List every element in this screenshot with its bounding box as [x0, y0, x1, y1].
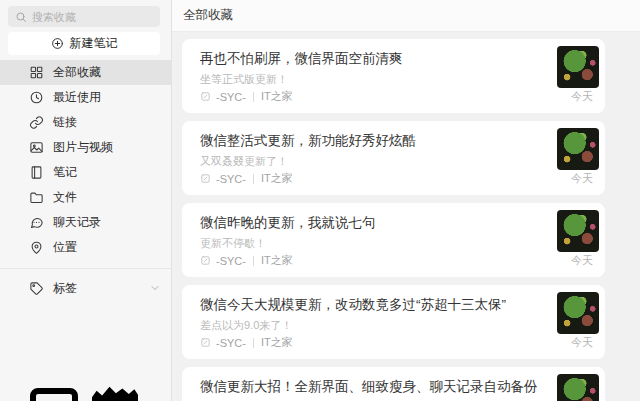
folder-icon — [29, 190, 44, 205]
card-thumbnail — [557, 210, 599, 252]
card-date: 今天 — [571, 253, 593, 268]
card-date: 今天 — [571, 335, 593, 350]
favorite-card[interactable]: 再也不怕刷屏，微信界面空前清爽 坐等正式版更新！ -SYC- IT之家 今天 — [182, 39, 605, 113]
card-thumbnail — [557, 46, 599, 88]
link-card-icon — [200, 91, 211, 102]
card-source-site: IT之家 — [261, 335, 293, 350]
search-icon — [15, 11, 27, 23]
card-footer: -SYC- IT之家 今天 — [200, 171, 593, 186]
favorite-card[interactable]: 微信更新大招！全新界面、细致瘦身、聊天记录自动备份 这波更新可以 -SYC- I… — [182, 367, 605, 401]
sidebar-item-label: 最近使用 — [53, 89, 101, 106]
tags-section: 标签 — [0, 268, 171, 302]
grid-icon — [29, 65, 44, 80]
card-date: 今天 — [571, 89, 593, 104]
source-separator — [253, 174, 254, 184]
card-subtitle: 坐等正式版更新！ — [200, 72, 543, 87]
card-title: 微信今天大规模更新，改动数竟多过“苏超十三太保” — [200, 296, 543, 314]
location-icon — [29, 240, 44, 255]
card-source-author: -SYC- — [216, 91, 246, 103]
sidebar-item-notes[interactable]: 笔记 — [0, 160, 171, 185]
link-card-icon — [200, 173, 211, 184]
sidebar-item-location[interactable]: 位置 — [0, 235, 171, 260]
favorite-card[interactable]: 微信整活式更新，新功能好秀好炫酷 又双叒叕更新了！ -SYC- IT之家 今天 — [182, 121, 605, 195]
sidebar-item-label: 链接 — [53, 114, 77, 131]
sidebar-item-chat-history[interactable]: 聊天记录 — [0, 210, 171, 235]
card-title: 微信更新大招！全新界面、细致瘦身、聊天记录自动备份 — [200, 378, 543, 396]
card-source-author: -SYC- — [216, 337, 246, 349]
plus-circle-icon — [51, 37, 64, 50]
card-footer: -SYC- IT之家 今天 — [200, 335, 593, 350]
image-icon — [29, 140, 44, 155]
sidebar-item-recent[interactable]: 最近使用 — [0, 85, 171, 110]
card-thumbnail — [557, 374, 599, 401]
card-title: 再也不怕刷屏，微信界面空前清爽 — [200, 50, 543, 68]
source-separator — [253, 92, 254, 102]
card-source-site: IT之家 — [261, 171, 293, 186]
watermark-logo — [30, 388, 78, 401]
clock-icon — [29, 90, 44, 105]
card-subtitle: 差点以为9.0来了！ — [200, 318, 543, 333]
card-source-author: -SYC- — [216, 255, 246, 267]
note-icon — [29, 165, 44, 180]
card-subtitle: 又双叒叕更新了！ — [200, 154, 543, 169]
sidebar-item-all-favorites[interactable]: 全部收藏 — [0, 60, 171, 85]
card-source-site: IT之家 — [261, 89, 293, 104]
favorite-card[interactable]: 微信今天大规模更新，改动数竟多过“苏超十三太保” 差点以为9.0来了！ -SYC… — [182, 285, 605, 359]
favorite-card[interactable]: 微信昨晚的更新，我就说七句 更新不停歇！ -SYC- IT之家 今天 — [182, 203, 605, 277]
card-footer: -SYC- IT之家 今天 — [200, 89, 593, 104]
card-thumbnail — [557, 128, 599, 170]
main-panel: 全部收藏 再也不怕刷屏，微信界面空前清爽 坐等正式版更新！ -SYC- IT之家… — [172, 0, 640, 401]
card-footer: -SYC- IT之家 今天 — [200, 253, 593, 268]
tags-label: 标签 — [53, 280, 77, 297]
sidebar-menu: 全部收藏 最近使用 链接 图片与视频 笔记 文件 聊天记录 位置 — [0, 60, 171, 260]
sidebar-item-label: 位置 — [53, 239, 77, 256]
sidebar-item-label: 聊天记录 — [53, 214, 101, 231]
source-separator — [253, 256, 254, 266]
new-note-button[interactable]: 新建笔记 — [8, 32, 160, 55]
card-source-site: IT之家 — [261, 253, 293, 268]
sidebar-item-tags[interactable]: 标签 — [0, 274, 171, 302]
sidebar-item-label: 笔记 — [53, 164, 77, 181]
source-separator — [253, 338, 254, 348]
sidebar-item-files[interactable]: 文件 — [0, 185, 171, 210]
card-source-author: -SYC- — [216, 173, 246, 185]
card-thumbnail — [557, 292, 599, 334]
sidebar-item-label: 图片与视频 — [53, 139, 113, 156]
new-note-label: 新建笔记 — [70, 35, 118, 52]
link-card-icon — [200, 255, 211, 266]
card-title: 微信整活式更新，新功能好秀好炫酷 — [200, 132, 543, 150]
watermark-logo-text — [92, 386, 138, 401]
sidebar-item-images-videos[interactable]: 图片与视频 — [0, 135, 171, 160]
card-date: 今天 — [571, 171, 593, 186]
wechat-favorites-window: { "sidebar": { "search_placeholder": "搜索… — [0, 0, 640, 401]
sidebar-item-label: 全部收藏 — [53, 64, 101, 81]
search-box[interactable] — [8, 6, 160, 27]
card-title: 微信昨晚的更新，我就说七句 — [200, 214, 543, 232]
link-icon — [29, 115, 44, 130]
chevron-down-icon[interactable] — [149, 282, 161, 294]
sidebar: 新建笔记 全部收藏 最近使用 链接 图片与视频 笔记 文件 聊天记录 位置 标签 — [0, 0, 172, 401]
link-card-icon — [200, 337, 211, 348]
card-subtitle: 更新不停歇！ — [200, 236, 543, 251]
sidebar-item-links[interactable]: 链接 — [0, 110, 171, 135]
sidebar-item-label: 文件 — [53, 189, 77, 206]
favorites-list[interactable]: 再也不怕刷屏，微信界面空前清爽 坐等正式版更新！ -SYC- IT之家 今天 微… — [172, 33, 640, 401]
page-header: 全部收藏 — [172, 0, 640, 32]
tag-icon — [29, 281, 44, 296]
search-input[interactable] — [32, 11, 153, 23]
page-title: 全部收藏 — [183, 7, 233, 24]
chat-icon — [29, 215, 44, 230]
